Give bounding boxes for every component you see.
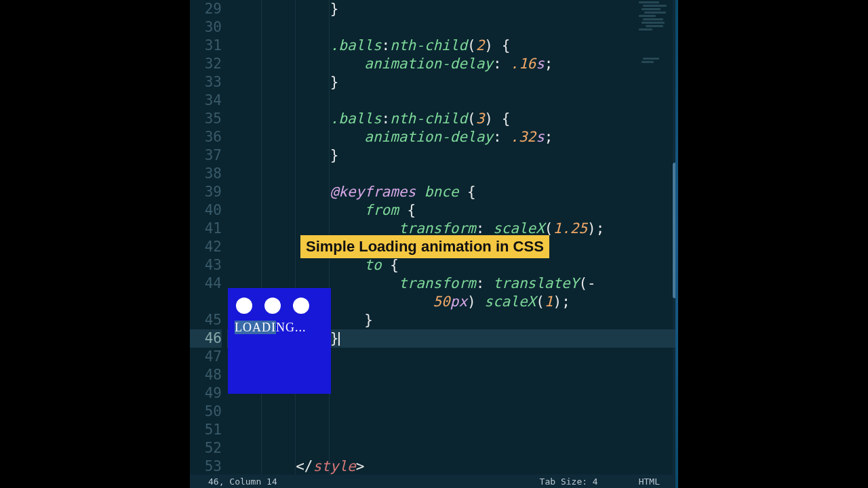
line-number: 36 bbox=[190, 128, 222, 146]
line-number: 52 bbox=[190, 439, 222, 458]
line-number: 32 bbox=[190, 55, 222, 73]
code-line[interactable]: } bbox=[227, 0, 678, 18]
line-number: 39 bbox=[190, 183, 222, 201]
line-number: 45 bbox=[190, 311, 222, 329]
line-number: 50 bbox=[190, 403, 222, 421]
line-number: 43 bbox=[190, 256, 222, 274]
code-line[interactable]: } bbox=[227, 73, 678, 92]
code-line[interactable] bbox=[227, 92, 678, 110]
line-number: 37 bbox=[190, 146, 222, 165]
ball-2 bbox=[264, 298, 281, 314]
code-line[interactable]: animation-delay: .16s; bbox=[227, 55, 678, 73]
right-edge-decor bbox=[675, 0, 678, 488]
line-number: 48 bbox=[190, 366, 222, 384]
line-number: 35 bbox=[190, 110, 222, 128]
line-number: 31 bbox=[190, 37, 222, 55]
video-caption-banner: Simple Loading animation in CSS bbox=[300, 235, 549, 258]
code-line[interactable]: animation-delay: .32s; bbox=[227, 128, 678, 146]
line-number: 29 bbox=[190, 0, 222, 18]
line-number: 33 bbox=[190, 73, 222, 92]
code-line[interactable] bbox=[227, 165, 678, 183]
line-number: 42 bbox=[190, 238, 222, 256]
minimap[interactable] bbox=[639, 0, 673, 474]
code-line[interactable]: .balls:nth-child(3) { bbox=[227, 110, 678, 128]
ball-1 bbox=[236, 298, 252, 314]
code-line[interactable]: </style> bbox=[227, 458, 678, 476]
line-number: 41 bbox=[190, 220, 222, 238]
status-bar: 46, Column 14 Tab Size: 4 HTML bbox=[190, 474, 678, 488]
tab-size[interactable]: Tab Size: 4 bbox=[540, 476, 598, 487]
line-number: 30 bbox=[190, 18, 222, 37]
line-number: 53 bbox=[190, 458, 222, 476]
ball-3 bbox=[293, 298, 309, 314]
language-mode[interactable]: HTML bbox=[639, 476, 660, 487]
line-number: 34 bbox=[190, 92, 222, 110]
code-line[interactable] bbox=[227, 439, 678, 458]
line-number: 47 bbox=[190, 348, 222, 366]
loading-balls bbox=[236, 298, 324, 314]
line-number: 46 bbox=[190, 329, 222, 348]
line-number-gutter[interactable]: 29303132333435363738394041424344 4546474… bbox=[190, 0, 227, 474]
code-line[interactable]: to { bbox=[227, 256, 678, 274]
code-line[interactable] bbox=[227, 403, 678, 421]
code-line[interactable] bbox=[227, 421, 678, 439]
line-number: 40 bbox=[190, 201, 222, 220]
cursor-position[interactable]: 46, Column 14 bbox=[208, 476, 277, 487]
code-line[interactable]: @keyframes bnce { bbox=[227, 183, 678, 201]
code-line[interactable] bbox=[227, 18, 678, 37]
code-line[interactable]: } bbox=[227, 146, 678, 165]
code-line[interactable]: from { bbox=[227, 201, 678, 220]
line-number: 49 bbox=[190, 384, 222, 403]
line-number: 51 bbox=[190, 421, 222, 439]
line-number: 44 bbox=[190, 274, 222, 293]
loading-text: LOADING... bbox=[235, 321, 324, 335]
line-number: 38 bbox=[190, 165, 222, 183]
preview-window: LOADING... bbox=[228, 288, 331, 394]
code-line[interactable]: .balls:nth-child(2) { bbox=[227, 37, 678, 55]
